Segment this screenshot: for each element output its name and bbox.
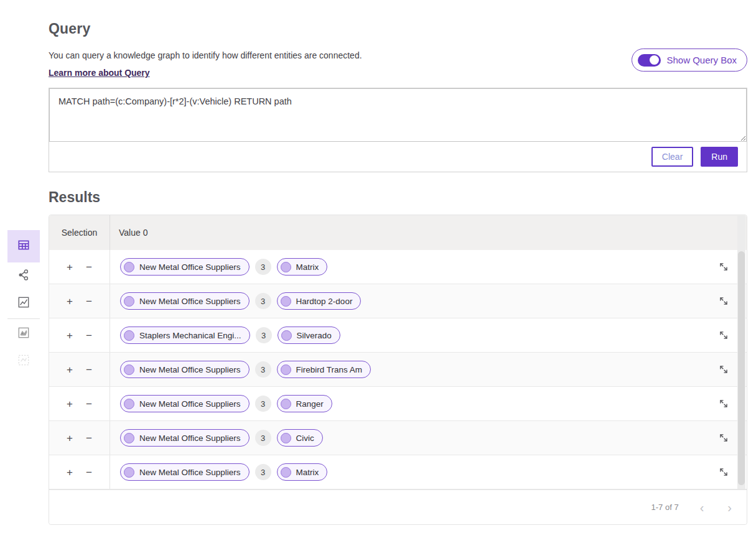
view-switcher-widget <box>7 348 40 375</box>
relationship-count-badge: 3 <box>255 430 271 446</box>
table-row: + − Staplers Mechanical Engi... 3 Silver… <box>49 318 747 353</box>
source-entity-pill[interactable]: New Metal Office Suppliers <box>120 463 250 481</box>
target-entity-pill[interactable]: Hardtop 2-door <box>277 292 362 310</box>
table-row: + − New Metal Office Suppliers 3 Firebir… <box>49 353 747 387</box>
add-selection-button[interactable]: + <box>67 399 73 409</box>
relationship-count-badge: 3 <box>255 361 271 378</box>
expand-row-icon[interactable] <box>718 295 729 307</box>
target-entity-pill[interactable]: Silverado <box>278 327 340 344</box>
source-entity-label: New Metal Office Suppliers <box>139 468 241 477</box>
relationship-count-badge: 3 <box>255 259 271 275</box>
remove-selection-button[interactable]: − <box>86 399 92 409</box>
page-range-label: 1-7 of 7 <box>651 503 679 512</box>
add-selection-button[interactable]: + <box>67 262 73 272</box>
remove-selection-button[interactable]: − <box>86 364 92 375</box>
source-entity-label: New Metal Office Suppliers <box>139 365 241 374</box>
chart-icon <box>17 295 30 312</box>
target-entity-label: Firebird Trans Am <box>296 365 363 374</box>
table-row: + − New Metal Office Suppliers 3 Ranger <box>49 387 747 421</box>
node-icon <box>281 433 291 443</box>
add-selection-button[interactable]: + <box>67 467 73 478</box>
source-entity-pill[interactable]: New Metal Office Suppliers <box>120 258 250 276</box>
graph-icon <box>17 268 30 284</box>
remove-selection-button[interactable]: − <box>86 330 92 341</box>
source-entity-pill[interactable]: New Metal Office Suppliers <box>120 292 250 310</box>
node-icon <box>281 467 291 478</box>
column-header-selection: Selection <box>49 215 110 250</box>
target-entity-pill[interactable]: Matrix <box>277 258 328 276</box>
add-selection-button[interactable]: + <box>67 330 73 341</box>
remove-selection-button[interactable]: − <box>86 296 92 307</box>
results-table-header: Selection Value 0 <box>49 215 747 250</box>
source-entity-label: Staplers Mechanical Engi... <box>139 331 241 340</box>
add-selection-button[interactable]: + <box>67 296 73 307</box>
view-switcher-map[interactable] <box>7 320 40 348</box>
remove-selection-button[interactable]: − <box>86 262 92 272</box>
source-entity-pill[interactable]: New Metal Office Suppliers <box>120 395 250 412</box>
table-icon <box>17 238 30 254</box>
clear-button[interactable]: Clear <box>651 147 693 167</box>
selection-cell: + − <box>49 387 110 420</box>
value-cell: New Metal Office Suppliers 3 Firebird Tr… <box>110 353 747 386</box>
widget-icon <box>17 353 30 369</box>
selection-cell: + − <box>49 250 110 284</box>
target-entity-label: Silverado <box>297 331 332 340</box>
table-row: + − New Metal Office Suppliers 3 Hardtop… <box>49 284 747 318</box>
query-input[interactable] <box>49 88 747 142</box>
query-page: Show Query Box Query You can query a kno… <box>0 0 756 533</box>
next-page-icon[interactable]: › <box>725 501 734 514</box>
expand-row-icon[interactable] <box>718 330 729 341</box>
expand-row-icon[interactable] <box>718 261 729 272</box>
node-icon <box>281 296 291 307</box>
source-entity-pill[interactable]: New Metal Office Suppliers <box>120 361 250 378</box>
value-cell: Staplers Mechanical Engi... 3 Silverado <box>110 318 747 352</box>
target-entity-label: Hardtop 2-door <box>296 297 353 306</box>
node-icon <box>124 296 134 307</box>
results-table-body: + − New Metal Office Suppliers 3 Matrix … <box>49 250 747 489</box>
value-cell: New Metal Office Suppliers 3 Ranger <box>110 387 747 420</box>
expand-row-icon[interactable] <box>718 466 729 478</box>
node-icon <box>124 433 134 443</box>
table-row: + − New Metal Office Suppliers 3 Civic <box>49 421 747 455</box>
target-entity-pill[interactable]: Matrix <box>277 463 328 481</box>
view-switcher-chart[interactable] <box>7 290 40 317</box>
target-entity-pill[interactable]: Firebird Trans Am <box>277 361 371 378</box>
target-entity-label: Ranger <box>296 399 324 409</box>
query-footer: Clear Run <box>49 142 747 172</box>
target-entity-label: Matrix <box>296 262 319 272</box>
target-entity-label: Civic <box>296 433 314 443</box>
previous-page-icon[interactable]: ‹ <box>698 501 707 514</box>
source-entity-pill[interactable]: Staplers Mechanical Engi... <box>120 327 250 344</box>
rail-divider <box>7 318 40 319</box>
map-icon <box>17 326 30 342</box>
node-icon <box>124 399 134 409</box>
node-icon <box>281 262 291 272</box>
value-cell: New Metal Office Suppliers 3 Matrix <box>110 250 747 284</box>
add-selection-button[interactable]: + <box>67 433 73 443</box>
target-entity-pill[interactable]: Civic <box>277 429 323 447</box>
expand-row-icon[interactable] <box>718 364 729 375</box>
expand-row-icon[interactable] <box>718 398 729 409</box>
target-entity-pill[interactable]: Ranger <box>277 395 332 412</box>
selection-cell: + − <box>49 421 110 455</box>
view-switcher-table[interactable] <box>7 230 40 262</box>
expand-row-icon[interactable] <box>718 432 729 443</box>
page-description: You can query a knowledge graph to ident… <box>49 50 747 60</box>
view-switcher-rail <box>7 230 40 375</box>
remove-selection-button[interactable]: − <box>86 467 92 478</box>
table-scrollbar[interactable] <box>737 216 745 489</box>
run-button[interactable]: Run <box>701 147 738 167</box>
remove-selection-button[interactable]: − <box>86 433 92 443</box>
add-selection-button[interactable]: + <box>67 364 73 375</box>
results-title: Results <box>49 189 747 206</box>
pagination: 1-7 of 7 ‹ › <box>651 501 734 514</box>
value-cell: New Metal Office Suppliers 3 Civic <box>110 421 747 455</box>
learn-more-link[interactable]: Learn more about Query <box>49 68 150 78</box>
column-header-value0: Value 0 <box>110 228 147 238</box>
selection-cell: + − <box>49 455 110 489</box>
scrollbar-thumb[interactable] <box>738 251 745 485</box>
node-icon <box>281 330 292 341</box>
view-switcher-graph[interactable] <box>7 262 40 290</box>
source-entity-label: New Metal Office Suppliers <box>139 297 241 306</box>
source-entity-pill[interactable]: New Metal Office Suppliers <box>120 429 250 447</box>
